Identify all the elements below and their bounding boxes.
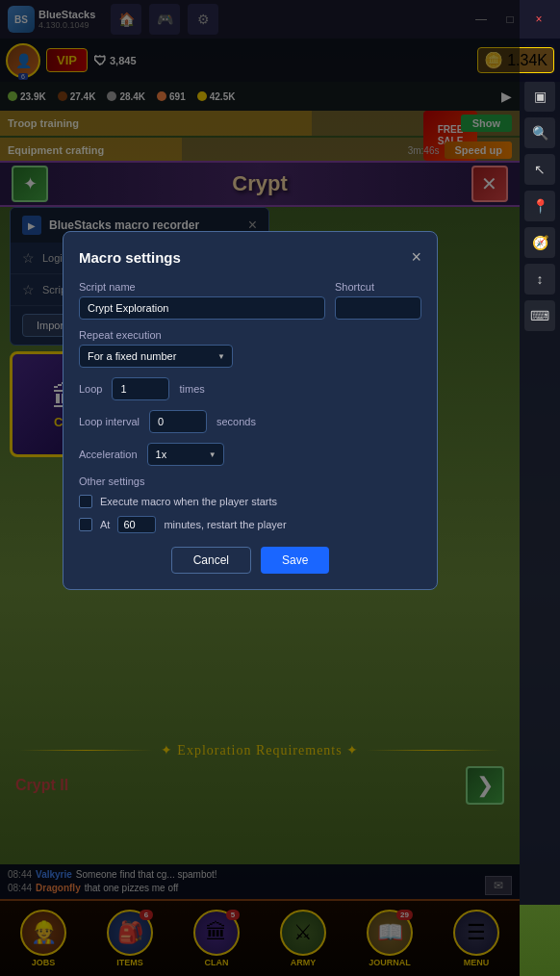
modal-title: Macro settings <box>79 249 181 266</box>
acceleration-label: Acceleration <box>79 449 138 460</box>
script-name-group: Script name <box>79 281 325 320</box>
acceleration-select-wrapper: 1x <box>147 443 224 466</box>
interval-label: Loop interval <box>79 416 140 427</box>
interval-row: Loop interval seconds <box>79 410 421 433</box>
modal-header: Macro settings × <box>79 247 421 268</box>
repeat-select-wrapper: For a fixed number <box>79 345 233 368</box>
repeat-select[interactable]: For a fixed number <box>79 345 233 368</box>
script-name-row: Script name Shortcut <box>79 281 421 320</box>
repeat-group: Repeat execution For a fixed number <box>79 329 421 368</box>
cancel-button[interactable]: Cancel <box>171 547 251 574</box>
repeat-label: Repeat execution <box>79 329 421 341</box>
shortcut-input[interactable] <box>335 296 421 320</box>
times-label: times <box>179 383 204 395</box>
pin-icon[interactable]: 📍 <box>524 191 555 221</box>
scroll-icon[interactable]: ↕ <box>524 264 555 295</box>
acceleration-row: Acceleration 1x <box>79 443 421 466</box>
execute-label: Execute macro when the player starts <box>100 496 277 507</box>
modal-close-button[interactable]: × <box>411 247 421 268</box>
right-panel: ⤢ ▣ 🔍 ↖ 📍 🧭 ↕ ⌨ <box>520 39 560 905</box>
restart-minutes-input[interactable] <box>117 516 156 533</box>
restart-checkbox-row: At minutes, restart the player <box>79 516 421 533</box>
shortcut-label: Shortcut <box>335 281 421 293</box>
loop-input[interactable] <box>112 377 169 400</box>
nav-icon[interactable]: 🧭 <box>524 227 555 258</box>
restart-checkbox[interactable] <box>79 518 92 531</box>
script-name-input[interactable] <box>79 296 325 320</box>
acceleration-select[interactable]: 1x <box>147 443 224 466</box>
zoom-icon[interactable]: 🔍 <box>524 117 555 148</box>
script-name-label: Script name <box>79 281 325 293</box>
save-button[interactable]: Save <box>261 547 329 574</box>
macro-settings-modal: Macro settings × Script name Shortcut Re… <box>63 231 438 590</box>
pointer-icon[interactable]: ↖ <box>524 154 555 185</box>
execute-checkbox[interactable] <box>79 495 92 508</box>
execute-checkbox-row: Execute macro when the player starts <box>79 495 421 508</box>
shortcut-group: Shortcut <box>335 281 421 320</box>
interval-input[interactable] <box>149 410 207 433</box>
seconds-label: seconds <box>216 416 256 427</box>
restart-label1: At <box>100 519 110 530</box>
loop-row: Loop times <box>79 377 421 400</box>
fullscreen-icon[interactable]: ▣ <box>524 81 555 112</box>
keyboard-icon[interactable]: ⌨ <box>524 300 555 331</box>
loop-label: Loop <box>79 383 102 395</box>
other-settings-label: Other settings <box>79 475 421 487</box>
modal-footer: Cancel Save <box>79 547 421 574</box>
restart-label2: minutes, restart the player <box>164 519 286 530</box>
close-button[interactable]: × <box>525 10 552 29</box>
